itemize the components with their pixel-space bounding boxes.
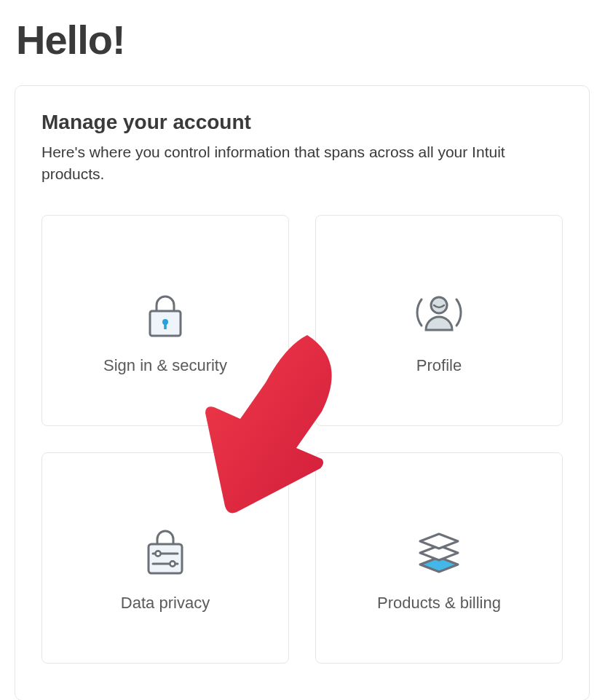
card-data-privacy[interactable]: Data privacy bbox=[41, 452, 289, 664]
panel-subtitle: Here's where you control information tha… bbox=[41, 141, 563, 186]
svg-point-8 bbox=[170, 561, 175, 566]
person-icon bbox=[413, 273, 465, 339]
svg-rect-4 bbox=[149, 544, 182, 573]
privacy-icon bbox=[143, 511, 188, 576]
card-grid: Sign in & security Profile bbox=[41, 215, 563, 664]
card-label: Data privacy bbox=[121, 594, 210, 613]
card-products-billing[interactable]: Products & billing bbox=[315, 452, 563, 664]
account-panel: Manage your account Here's where you con… bbox=[15, 85, 590, 700]
lock-icon bbox=[144, 273, 186, 339]
page-title: Hello! bbox=[16, 16, 597, 63]
card-profile[interactable]: Profile bbox=[315, 215, 563, 426]
card-sign-in-security[interactable]: Sign in & security bbox=[41, 215, 289, 426]
panel-title: Manage your account bbox=[41, 111, 563, 134]
card-label: Products & billing bbox=[377, 594, 501, 613]
svg-point-6 bbox=[155, 551, 160, 556]
svg-rect-2 bbox=[164, 323, 167, 329]
card-label: Profile bbox=[416, 356, 462, 375]
layers-icon bbox=[414, 511, 464, 576]
card-label: Sign in & security bbox=[103, 356, 227, 375]
